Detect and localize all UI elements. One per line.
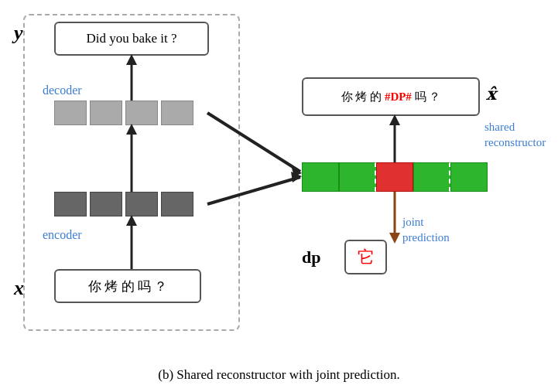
red-seg [376, 162, 413, 192]
svg-marker-9 [291, 165, 302, 176]
decoder-cells [54, 101, 193, 125]
dp-label: dp [302, 247, 320, 268]
green-seg-1 [302, 162, 339, 192]
green-bar [302, 162, 488, 192]
reconstructor-box: 你 烤 的 #DP# 吗 ？ [302, 77, 480, 116]
shared-text: sharedreconstructor [484, 121, 546, 148]
decoder-cell-2 [90, 101, 122, 125]
svg-marker-13 [389, 233, 400, 244]
encoder-cell-2 [90, 192, 122, 216]
english-sentence-text: Did you bake it ? [86, 31, 176, 46]
x-label: x [14, 277, 24, 300]
shared-reconstructor-label: sharedreconstructor [484, 120, 546, 150]
encoder-label: encoder [43, 228, 82, 242]
decoder-cell-3 [125, 101, 158, 125]
green-seg-3 [413, 162, 451, 192]
encoder-cell-1 [54, 192, 87, 216]
x-hat-label: x̂ [486, 84, 496, 104]
encoder-cells [54, 192, 193, 216]
diagram-container: { "diagram": { "y_label": "y", "x_label"… [0, 0, 558, 392]
decoder-cell-1 [54, 101, 87, 125]
chinese-sentence-text: 你 烤 的 吗 ？ [88, 278, 167, 295]
svg-marker-11 [389, 114, 400, 125]
dp-placeholder: #DP# [385, 90, 412, 103]
chinese-sentence-box: 你 烤 的 吗 ？ [54, 269, 201, 303]
decoder-cell-4 [161, 101, 193, 125]
dp-value-text: 它 [358, 246, 375, 269]
english-sentence-box: Did you bake it ? [54, 22, 209, 56]
encoder-cell-3 [125, 192, 158, 216]
green-seg-2 [339, 162, 377, 192]
encoder-cell-4 [161, 192, 193, 216]
y-label: y [14, 22, 23, 45]
green-seg-4 [450, 162, 488, 192]
svg-marker-7 [291, 172, 302, 182]
reconstructed-text: 你 烤 的 #DP# 吗 ？ [341, 90, 441, 104]
caption: (b) Shared reconstructor with joint pred… [0, 367, 558, 383]
dp-value-box: 它 [344, 240, 387, 274]
joint-text: jointprediction [402, 216, 450, 244]
decoder-label: decoder [43, 84, 82, 97]
joint-prediction-label: jointprediction [402, 215, 450, 245]
